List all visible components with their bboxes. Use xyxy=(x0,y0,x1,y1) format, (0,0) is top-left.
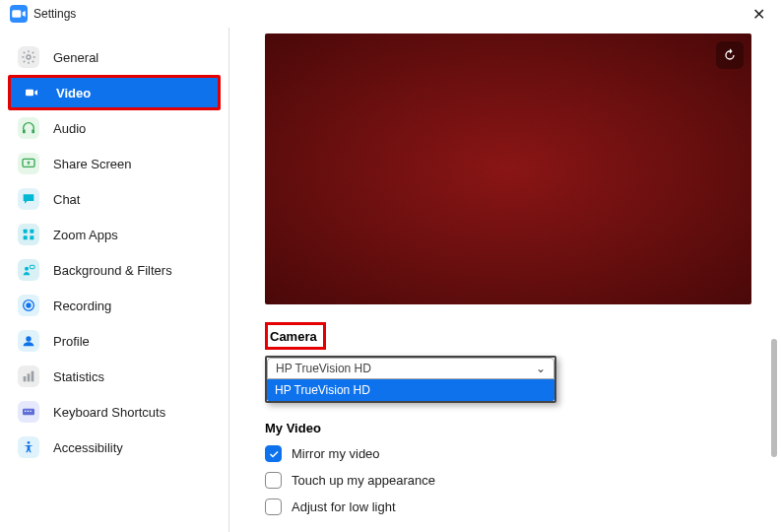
camera-section-label: Camera xyxy=(270,329,317,344)
sidebar-label: Background & Filters xyxy=(53,263,172,278)
checkbox-touch-up[interactable]: Touch up my appearance xyxy=(265,472,751,489)
svg-rect-19 xyxy=(25,411,26,412)
scrollbar[interactable] xyxy=(771,339,777,516)
svg-rect-6 xyxy=(24,230,28,233)
sidebar-label: Statistics xyxy=(53,369,104,384)
sidebar-label: Keyboard Shortcuts xyxy=(53,405,165,420)
checkbox-input[interactable] xyxy=(265,445,282,462)
svg-rect-11 xyxy=(30,265,34,268)
close-button[interactable]: ✕ xyxy=(747,3,771,26)
titlebar: Settings ✕ xyxy=(0,0,781,28)
keyboard-icon xyxy=(18,401,39,423)
camera-dropdown[interactable]: HP TrueVision HD ⌄ HP TrueVision HD xyxy=(265,356,556,403)
sidebar-item-chat[interactable]: Chat xyxy=(0,181,228,217)
sidebar-item-statistics[interactable]: Statistics xyxy=(0,359,228,394)
rotate-camera-button[interactable] xyxy=(716,41,744,69)
profile-icon xyxy=(18,330,39,352)
checkbox-input[interactable] xyxy=(265,472,282,489)
sidebar-label: Zoom Apps xyxy=(53,228,118,242)
my-video-section-label: My Video xyxy=(265,421,751,435)
sidebar-item-share-screen[interactable]: Share Screen xyxy=(0,146,228,181)
svg-rect-17 xyxy=(32,371,34,382)
share-screen-icon xyxy=(18,153,39,174)
sidebar-item-background-filters[interactable]: Background & Filters xyxy=(0,252,228,288)
svg-point-1 xyxy=(27,55,31,59)
gear-icon xyxy=(18,46,39,68)
main-panel: Camera HP TrueVision HD ⌄ HP TrueVision … xyxy=(229,28,781,532)
sidebar-label: General xyxy=(53,50,98,65)
svg-rect-15 xyxy=(24,376,27,381)
svg-rect-4 xyxy=(32,129,34,133)
svg-rect-9 xyxy=(30,235,33,239)
camera-dropdown-option[interactable]: HP TrueVision HD xyxy=(267,379,554,401)
svg-point-14 xyxy=(26,336,31,341)
sidebar-item-accessibility[interactable]: Accessibility xyxy=(0,430,228,465)
checkbox-low-light[interactable]: Adjust for low light xyxy=(265,499,751,515)
svg-rect-2 xyxy=(26,90,33,97)
checkbox-label: Adjust for low light xyxy=(292,499,396,514)
sidebar-label: Accessibility xyxy=(53,440,123,455)
checkbox-input[interactable] xyxy=(265,499,282,515)
svg-rect-20 xyxy=(28,411,29,412)
sidebar-label: Audio xyxy=(53,121,86,136)
apps-icon xyxy=(18,224,39,245)
settings-sidebar: General Video Audio Share Screen Chat Zo… xyxy=(0,28,229,532)
camera-section-highlight: Camera xyxy=(265,322,326,350)
video-icon xyxy=(21,82,42,103)
window-title: Settings xyxy=(33,7,76,21)
checkbox-label: Mirror my video xyxy=(292,446,380,461)
svg-point-13 xyxy=(26,302,31,307)
sidebar-item-recording[interactable]: Recording xyxy=(0,288,228,323)
chat-icon xyxy=(18,188,39,210)
svg-point-22 xyxy=(28,441,31,444)
headphones-icon xyxy=(18,117,39,139)
sidebar-item-keyboard-shortcuts[interactable]: Keyboard Shortcuts xyxy=(0,394,228,430)
scrollbar-thumb[interactable] xyxy=(771,339,777,457)
sidebar-label: Share Screen xyxy=(53,157,132,171)
svg-rect-21 xyxy=(30,411,31,412)
sidebar-label: Chat xyxy=(53,192,80,207)
sidebar-item-audio[interactable]: Audio xyxy=(0,110,228,146)
svg-point-10 xyxy=(25,267,29,271)
sidebar-item-profile[interactable]: Profile xyxy=(0,323,228,359)
sidebar-item-zoom-apps[interactable]: Zoom Apps xyxy=(0,217,228,252)
video-preview xyxy=(265,33,751,304)
zoom-app-icon xyxy=(10,5,28,23)
camera-selected-value: HP TrueVision HD xyxy=(276,362,371,375)
svg-rect-16 xyxy=(28,373,31,381)
sidebar-label: Video xyxy=(56,86,91,100)
checkbox-mirror-video[interactable]: Mirror my video xyxy=(265,445,751,462)
svg-rect-0 xyxy=(12,10,21,18)
record-icon xyxy=(18,295,39,316)
background-icon xyxy=(18,259,39,281)
stats-icon xyxy=(18,366,39,387)
svg-rect-7 xyxy=(30,230,33,233)
sidebar-label: Profile xyxy=(53,334,90,349)
accessibility-icon xyxy=(18,436,39,458)
sidebar-label: Recording xyxy=(53,299,111,313)
chevron-down-icon: ⌄ xyxy=(536,362,546,375)
svg-rect-3 xyxy=(23,129,26,133)
svg-rect-8 xyxy=(24,235,28,239)
sidebar-item-general[interactable]: General xyxy=(0,39,228,75)
camera-select-display[interactable]: HP TrueVision HD ⌄ xyxy=(267,358,554,379)
checkbox-label: Touch up my appearance xyxy=(292,473,435,488)
sidebar-item-video[interactable]: Video xyxy=(8,75,221,110)
